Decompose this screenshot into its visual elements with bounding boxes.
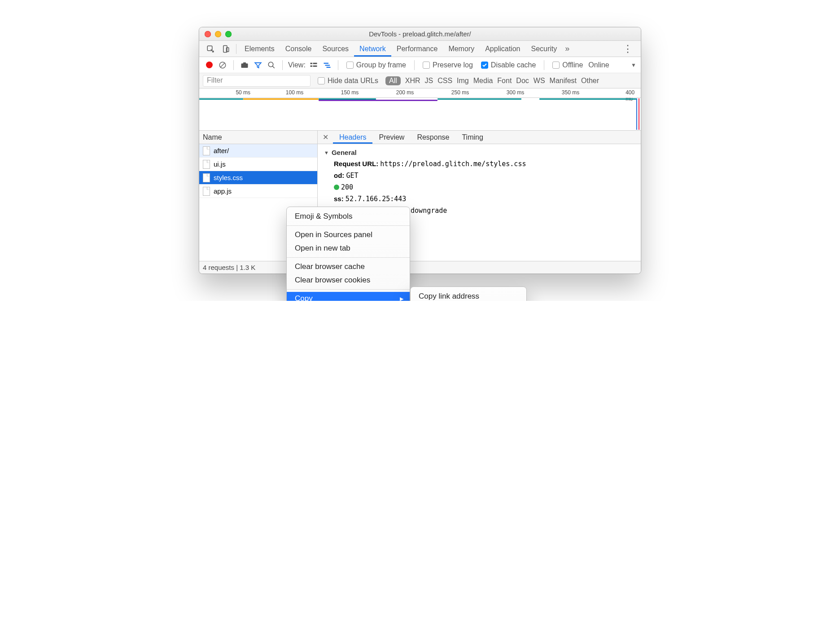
svg-rect-12 bbox=[325, 65, 330, 66]
tab-security[interactable]: Security bbox=[525, 41, 562, 57]
filter-type-manifest[interactable]: Manifest bbox=[550, 77, 577, 85]
name-column-header[interactable]: Name bbox=[199, 131, 318, 144]
context-submenu: Copy link addressCopy responseCopy as fe… bbox=[410, 286, 527, 301]
status-bar: 4 requests | 1.3 K bbox=[199, 261, 641, 273]
tick: 150 ms bbox=[341, 89, 360, 96]
remote-address-value: 52.7.166.25:443 bbox=[346, 195, 406, 203]
capture-screenshot-icon[interactable] bbox=[239, 60, 250, 71]
view-label: View: bbox=[288, 61, 306, 69]
svg-rect-7 bbox=[310, 62, 312, 64]
minimize-window-button[interactable] bbox=[215, 31, 221, 37]
detail-tab-response[interactable]: Response bbox=[411, 131, 455, 144]
menu-item[interactable]: Clear browser cookies bbox=[287, 273, 410, 287]
offline-checkbox[interactable]: Offline bbox=[552, 61, 583, 69]
filter-type-img[interactable]: Img bbox=[457, 77, 469, 85]
devtools-tabstrip: Elements Console Sources Network Perform… bbox=[199, 41, 641, 57]
status-dot-icon bbox=[334, 185, 339, 190]
filter-type-font[interactable]: Font bbox=[497, 77, 512, 85]
request-row[interactable]: after/ bbox=[199, 144, 317, 158]
request-url-value: https://preload.glitch.me/styles.css bbox=[380, 160, 526, 168]
filter-type-js[interactable]: JS bbox=[425, 77, 433, 85]
filter-type-other[interactable]: Other bbox=[581, 77, 599, 85]
devtools-window: DevTools - preload.glitch.me/after/ Elem… bbox=[199, 27, 641, 274]
throttling-select[interactable]: Online bbox=[588, 61, 609, 69]
close-detail-icon[interactable]: ✕ bbox=[318, 131, 333, 144]
menu-item[interactable]: Copy bbox=[287, 292, 410, 301]
svg-rect-4 bbox=[241, 63, 248, 68]
filter-toggle-icon[interactable] bbox=[253, 60, 263, 71]
filter-type-xhr[interactable]: XHR bbox=[405, 77, 420, 85]
record-button[interactable] bbox=[204, 60, 214, 71]
svg-point-6 bbox=[268, 62, 273, 67]
filter-type-doc[interactable]: Doc bbox=[516, 77, 529, 85]
general-section[interactable]: ▼General bbox=[324, 149, 634, 156]
filter-type-css[interactable]: CSS bbox=[438, 77, 452, 85]
disclosure-triangle-icon: ▼ bbox=[324, 150, 329, 155]
request-row[interactable]: app.js bbox=[199, 185, 317, 198]
file-icon bbox=[203, 160, 210, 169]
detail-tab-headers[interactable]: Headers bbox=[333, 131, 372, 144]
tab-network[interactable]: Network bbox=[354, 41, 391, 57]
status-value: 200 bbox=[341, 183, 353, 191]
network-toolbar: View: Group by frame Preserve log Disabl… bbox=[199, 57, 641, 73]
window-title: DevTools - preload.glitch.me/after/ bbox=[369, 30, 471, 38]
view-large-icon[interactable] bbox=[308, 60, 319, 71]
tab-console[interactable]: Console bbox=[280, 41, 317, 57]
column-headers: Name ✕ Headers Preview Response Timing bbox=[199, 131, 641, 144]
tick: 50 ms bbox=[236, 89, 252, 96]
filter-input[interactable]: Filter bbox=[203, 75, 311, 87]
tab-memory[interactable]: Memory bbox=[443, 41, 480, 57]
menu-item[interactable]: Open in Sources panel bbox=[287, 228, 410, 242]
detail-tab-timing[interactable]: Timing bbox=[455, 131, 489, 144]
menu-item[interactable]: Open in new tab bbox=[287, 242, 410, 255]
detail-tab-preview[interactable]: Preview bbox=[372, 131, 411, 144]
tick: 350 ms bbox=[562, 89, 581, 96]
menu-item[interactable]: Clear browser cache bbox=[287, 260, 410, 273]
menu-separator bbox=[287, 289, 410, 290]
tab-performance[interactable]: Performance bbox=[391, 41, 443, 57]
toolbar-dropdown-icon[interactable]: ▼ bbox=[631, 62, 636, 68]
filter-type-media[interactable]: Media bbox=[473, 77, 493, 85]
view-waterfall-icon[interactable] bbox=[322, 60, 332, 71]
file-icon bbox=[203, 187, 210, 196]
search-icon[interactable] bbox=[266, 60, 277, 71]
timeline-overview[interactable]: 50 ms 100 ms 150 ms 200 ms 250 ms 300 ms… bbox=[199, 88, 641, 131]
menu-separator bbox=[287, 257, 410, 258]
tick: 200 ms bbox=[396, 89, 416, 96]
svg-rect-10 bbox=[313, 65, 317, 66]
disable-cache-checkbox[interactable]: Disable cache bbox=[481, 61, 536, 69]
clear-button[interactable] bbox=[217, 60, 228, 71]
group-by-frame-checkbox[interactable]: Group by frame bbox=[346, 61, 406, 69]
tick: 250 ms bbox=[451, 89, 471, 96]
device-toggle-icon[interactable] bbox=[221, 44, 231, 54]
close-window-button[interactable] bbox=[205, 31, 211, 37]
filter-type-ws[interactable]: WS bbox=[534, 77, 545, 85]
tab-elements[interactable]: Elements bbox=[239, 41, 280, 57]
svg-rect-5 bbox=[243, 62, 246, 64]
zoom-window-button[interactable] bbox=[225, 31, 232, 37]
filter-type-all[interactable]: All bbox=[385, 76, 401, 85]
status-text: 4 requests | 1.3 K bbox=[203, 264, 255, 271]
menu-item[interactable]: Emoji & Symbols bbox=[287, 210, 410, 223]
request-row[interactable]: ui.js bbox=[199, 158, 317, 171]
svg-rect-11 bbox=[324, 62, 328, 63]
tick: 100 ms bbox=[286, 89, 305, 96]
request-row[interactable]: styles.css bbox=[199, 171, 317, 185]
svg-rect-8 bbox=[313, 62, 317, 64]
hide-data-urls-checkbox[interactable]: Hide data URLs bbox=[318, 77, 378, 85]
more-tabs-icon[interactable]: » bbox=[565, 44, 569, 53]
titlebar: DevTools - preload.glitch.me/after/ bbox=[199, 27, 641, 41]
menu-separator bbox=[287, 225, 410, 226]
context-menu: Emoji & SymbolsOpen in Sources panelOpen… bbox=[286, 207, 410, 301]
tick: 300 ms bbox=[507, 89, 526, 96]
inspect-icon[interactable] bbox=[206, 44, 215, 54]
preserve-log-checkbox[interactable]: Preserve log bbox=[423, 61, 473, 69]
tab-application[interactable]: Application bbox=[480, 41, 525, 57]
filter-bar: Filter Hide data URLs All XHR JS CSS Img… bbox=[199, 73, 641, 88]
tab-sources[interactable]: Sources bbox=[317, 41, 354, 57]
file-icon bbox=[203, 173, 210, 182]
svg-rect-13 bbox=[326, 66, 330, 67]
menu-item[interactable]: Copy link address bbox=[411, 290, 526, 301]
settings-kebab-icon[interactable]: ⋮ bbox=[618, 43, 637, 55]
traffic-lights bbox=[205, 31, 232, 37]
